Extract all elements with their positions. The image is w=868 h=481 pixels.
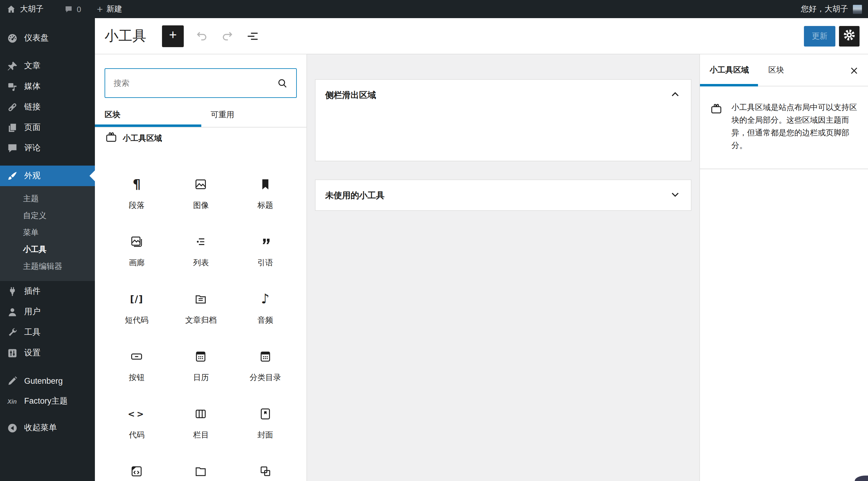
widget-area-icon xyxy=(104,130,118,146)
dashboard-icon xyxy=(6,32,18,44)
block-label: 列表 xyxy=(193,257,209,268)
block-item-日历[interactable]: 日历 xyxy=(169,349,233,383)
sidebar-item-12[interactable]: XinFactory主题 xyxy=(0,391,95,412)
avatar[interactable] xyxy=(853,4,862,13)
inserter-tab-1[interactable]: 可重用 xyxy=(201,103,307,127)
sidebar-item-label: 链接 xyxy=(24,101,40,113)
media-icon xyxy=(6,81,18,92)
submenu-item-主题[interactable]: 主题 xyxy=(0,190,95,207)
tab-block[interactable]: 区块 xyxy=(758,54,794,86)
redo-icon[interactable] xyxy=(220,29,235,43)
submenu-item-小工具[interactable]: 小工具 xyxy=(0,241,95,258)
plugin-icon xyxy=(6,286,18,297)
block-label: 日历 xyxy=(193,372,209,383)
custom-html-icon xyxy=(129,464,144,479)
sidebar-item-label: 插件 xyxy=(24,286,40,297)
columns-icon xyxy=(194,407,208,421)
quote-icon xyxy=(258,234,273,249)
block-label: 文章归档 xyxy=(185,315,217,326)
block-item-partial-16[interactable] xyxy=(169,464,233,481)
submenu-item-菜单[interactable]: 菜单 xyxy=(0,224,95,241)
settings-toggle-button[interactable] xyxy=(839,26,860,46)
block-label: 音频 xyxy=(257,315,273,326)
block-search-input[interactable] xyxy=(105,78,276,88)
block-inserter-toggle-button[interactable]: + xyxy=(162,25,184,47)
list-icon xyxy=(194,234,208,249)
block-label: 画廊 xyxy=(129,257,145,268)
block-item-代码[interactable]: <>代码 xyxy=(104,407,169,441)
block-label: 引语 xyxy=(257,257,273,268)
block-item-图像[interactable]: 图像 xyxy=(169,177,233,211)
sidebar-item-10[interactable]: 设置 xyxy=(0,343,95,363)
sidebar-item-13[interactable]: 收起菜单 xyxy=(0,418,95,438)
comments-icon xyxy=(6,142,18,154)
block-search xyxy=(104,68,297,98)
undo-icon[interactable] xyxy=(195,29,209,43)
sidebar-item-11[interactable]: Gutenberg xyxy=(0,371,95,391)
new-content-menu[interactable]: + 新建 xyxy=(91,0,128,18)
sidebar-item-label: 文章 xyxy=(24,60,40,71)
block-item-partial-15[interactable] xyxy=(104,464,169,481)
block-item-分类目录[interactable]: 分类目录 xyxy=(233,349,298,383)
block-item-文章归档[interactable]: 文章归档 xyxy=(169,292,233,326)
new-label: 新建 xyxy=(106,4,122,14)
chevron-up-icon[interactable] xyxy=(668,87,682,104)
widget-area-header[interactable]: 侧栏滑出区域 xyxy=(315,80,691,111)
list-view-icon[interactable] xyxy=(245,29,260,43)
site-menu[interactable]: 大胡子 xyxy=(0,0,50,18)
home-icon xyxy=(6,4,16,14)
appearance-icon xyxy=(6,170,18,182)
tools-icon xyxy=(6,327,18,338)
sidebar-item-label: Gutenberg xyxy=(24,376,63,385)
appearance-submenu: 主题自定义菜单小工具主题编辑器 xyxy=(0,186,95,281)
block-label: 代码 xyxy=(129,430,145,441)
sidebar-item-label: 设置 xyxy=(24,348,40,358)
tab-widget-area[interactable]: 小工具区域 xyxy=(700,54,758,86)
block-item-音频[interactable]: ♪音频 xyxy=(233,292,298,326)
block-item-引语[interactable]: 引语 xyxy=(233,234,298,268)
sidebar-item-2[interactable]: 媒体 xyxy=(0,76,95,97)
close-icon[interactable] xyxy=(846,63,862,78)
widget-area-panel-inactive: 未使用的小工具 xyxy=(315,180,691,211)
comments-count: 0 xyxy=(77,4,81,13)
settings-icon xyxy=(6,347,18,359)
block-item-短代码[interactable]: [/]短代码 xyxy=(104,292,169,326)
settings-tabs: 小工具区域 区块 xyxy=(700,54,868,87)
image-icon xyxy=(194,177,208,192)
widget-area-header[interactable]: 未使用的小工具 xyxy=(315,180,691,212)
sidebar-item-1[interactable]: 文章 xyxy=(0,56,95,76)
block-item-标题[interactable]: 标题 xyxy=(233,177,298,211)
paragraph-icon: ¶ xyxy=(133,177,141,192)
sidebar-item-9[interactable]: 工具 xyxy=(0,322,95,343)
block-item-栏目[interactable]: 栏目 xyxy=(169,407,233,441)
block-item-画廊[interactable]: 画廊 xyxy=(104,234,169,268)
inserter-tab-0[interactable]: 区块 xyxy=(95,103,201,127)
sidebar-item-3[interactable]: 链接 xyxy=(0,97,95,117)
block-item-按钮[interactable]: 按钮 xyxy=(104,349,169,383)
collapse-icon xyxy=(6,422,18,434)
block-label: 标题 xyxy=(257,200,273,211)
code-icon: <> xyxy=(128,407,146,421)
block-item-封面[interactable]: 封面 xyxy=(233,407,298,441)
comments-shortcut[interactable]: 0 xyxy=(58,0,87,18)
block-item-段落[interactable]: ¶段落 xyxy=(104,177,169,211)
submenu-item-主题编辑器[interactable]: 主题编辑器 xyxy=(0,258,95,275)
sidebar-item-7[interactable]: 插件 xyxy=(0,281,95,301)
sidebar-item-8[interactable]: 用户 xyxy=(0,301,95,322)
sidebar-item-0[interactable]: 仪表盘 xyxy=(0,28,95,49)
update-button[interactable]: 更新 xyxy=(804,26,835,46)
sidebar-item-6[interactable]: 外观 xyxy=(0,166,95,186)
editor-canvas: 侧栏滑出区域 未使用的小工具 xyxy=(307,54,700,481)
widget-area-title: 侧栏滑出区域 xyxy=(325,90,376,101)
submenu-item-自定义[interactable]: 自定义 xyxy=(0,207,95,224)
sidebar-item-5[interactable]: 评论 xyxy=(0,138,95,158)
user-greeting[interactable]: 您好，大胡子 xyxy=(801,4,848,14)
sidebar-item-4[interactable]: 页面 xyxy=(0,117,95,138)
block-item-partial-17[interactable] xyxy=(233,464,298,481)
block-item-列表[interactable]: 列表 xyxy=(169,234,233,268)
block-inserter-panel: 区块可重用 小工具区域 ¶段落图像标题画廊列表引语[/]短代码文章归档♪音频按钮… xyxy=(95,54,307,481)
audio-icon: ♪ xyxy=(261,292,270,307)
site-name: 大胡子 xyxy=(20,4,43,14)
chevron-down-icon[interactable] xyxy=(668,187,682,204)
folder-icon xyxy=(194,464,208,479)
